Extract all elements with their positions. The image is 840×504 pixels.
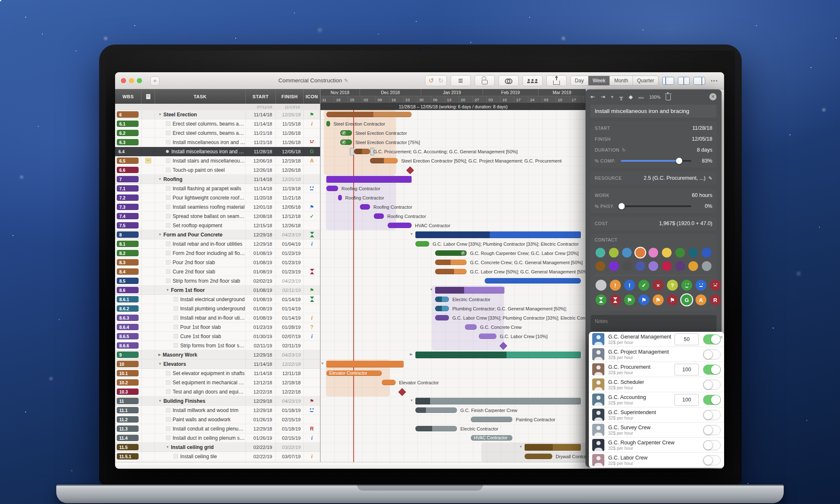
- color-swatch[interactable]: [688, 261, 698, 271]
- percent-physical-slider[interactable]: [620, 205, 691, 207]
- gantt-task-bar[interactable]: [338, 195, 342, 200]
- note-icon[interactable]: [145, 158, 151, 163]
- status-badge-button[interactable]: !: [610, 280, 621, 291]
- work-value[interactable]: 60 hours: [692, 192, 712, 198]
- percent-complete-slider[interactable]: [621, 160, 691, 162]
- gantt-task-bar[interactable]: [435, 269, 467, 274]
- resource-row[interactable]: G.C. Labor Crew32$ per hour: [589, 453, 724, 468]
- resource-row[interactable]: G.C. Project Management32$ per hour: [589, 347, 724, 362]
- milestone-diamond[interactable]: [398, 388, 406, 396]
- table-row[interactable]: 8.6.6Strip forms from 1st floor slab02/1…: [115, 341, 320, 350]
- column-header-wbs[interactable]: WBS: [115, 89, 141, 104]
- add-button[interactable]: +: [150, 76, 160, 86]
- gantt-task-bar[interactable]: ✓: [435, 250, 467, 256]
- color-swatch[interactable]: [635, 261, 645, 271]
- table-row[interactable]: 6.3Install miscellaneous iron and br...1…: [115, 138, 320, 147]
- status-badge-button[interactable]: !: [624, 280, 635, 291]
- color-swatch[interactable]: [609, 248, 619, 257]
- color-swatch[interactable]: [702, 248, 711, 257]
- table-row[interactable]: 8.3Pour 2nd floor slab01/08/1901/23/19: [115, 258, 320, 267]
- layout-right-toggle[interactable]: [693, 77, 705, 85]
- table-row[interactable]: 11.2Paint walls and woodwork01/26/1902/1…: [115, 415, 320, 424]
- table-row[interactable]: 10.1Set elevator equipment in shafts11/1…: [115, 369, 320, 378]
- gantt-summary-bar[interactable]: [415, 352, 581, 358]
- status-badge-button[interactable]: [610, 294, 621, 305]
- resource-toggle[interactable]: [703, 440, 721, 450]
- edit-resource-icon[interactable]: ✎: [709, 176, 712, 181]
- table-row[interactable]: 8.6.4Pour 1st floor slab01/23/1901/28/19…: [115, 323, 320, 332]
- resource-row[interactable]: G.C. Survey Crew32$ per hour: [589, 423, 724, 438]
- table-row[interactable]: 6.6Touch-up paint on steel12/26/1812/26/…: [115, 165, 320, 175]
- expanded-triangle-icon[interactable]: ▼: [166, 445, 169, 449]
- table-row[interactable]: 11.1Install millwork and wood trim12/29/…: [115, 406, 320, 415]
- expanded-arrow-icon[interactable]: ▼: [519, 445, 522, 449]
- more-options-button[interactable]: •••: [709, 78, 720, 83]
- resource-toggle[interactable]: [703, 425, 721, 435]
- color-swatch[interactable]: [702, 261, 711, 271]
- status-badge-button[interactable]: [696, 280, 706, 291]
- color-swatch[interactable]: [622, 261, 632, 271]
- align-button[interactable]: ≣: [451, 75, 471, 86]
- table-row[interactable]: 8.6.2Install plumbing underground01/08/1…: [115, 304, 320, 313]
- collapse-left-icon[interactable]: ⇤: [591, 94, 595, 100]
- color-swatch[interactable]: [648, 248, 658, 257]
- milestone-diamond[interactable]: [406, 166, 414, 174]
- close-window-button[interactable]: [121, 78, 126, 83]
- delete-icon[interactable]: [666, 95, 671, 100]
- view-mode-day[interactable]: Day: [571, 76, 588, 85]
- popover-close-icon[interactable]: ×: [720, 334, 723, 340]
- gantt-task-bar[interactable]: Elevator Contractor: [326, 370, 382, 376]
- zoom-level-label[interactable]: 100%: [649, 94, 661, 100]
- layout-left-toggle[interactable]: [662, 77, 674, 85]
- color-swatch[interactable]: [688, 248, 698, 257]
- resource-row[interactable]: G.C. Rough Carpenter Crew32$ per hour: [589, 438, 724, 453]
- table-row[interactable]: 11▼Building Finishes12/29/1804/23/19⚑: [115, 396, 320, 406]
- status-badge-button[interactable]: [710, 280, 721, 291]
- link-button[interactable]: [499, 75, 519, 86]
- expanded-arrow-icon[interactable]: ▼: [410, 232, 413, 236]
- collapsed-arrow-icon[interactable]: ▶: [410, 352, 412, 356]
- color-swatch[interactable]: [596, 248, 605, 257]
- status-badge-button[interactable]: ✓: [638, 280, 649, 291]
- gantt-summary-bar[interactable]: [326, 176, 412, 183]
- finish-value[interactable]: 12/05/18: [692, 136, 712, 142]
- status-badge-button[interactable]: ?: [667, 280, 678, 291]
- gantt-task-bar[interactable]: [435, 315, 449, 320]
- table-row[interactable]: 8▼Form and Pour Concrete12/29/1804/23/19: [115, 230, 320, 239]
- color-swatch[interactable]: [609, 261, 619, 271]
- status-badge-button[interactable]: ⚑: [667, 294, 678, 305]
- sync-icon[interactable]: ↻: [622, 147, 626, 153]
- resource-row[interactable]: G.C. Superintendent32$ per hour: [589, 407, 724, 423]
- expanded-triangle-icon[interactable]: ▼: [166, 288, 169, 292]
- status-badge-button[interactable]: G: [681, 294, 692, 305]
- gantt-summary-bar[interactable]: [326, 361, 404, 368]
- gantt-task-bar[interactable]: [415, 407, 457, 413]
- start-value[interactable]: 11/28/18: [692, 125, 712, 131]
- gantt-task-bar[interactable]: HVAC Contractor: [471, 435, 512, 441]
- horizontal-scrollbar[interactable]: [115, 462, 585, 469]
- table-row[interactable]: 8.2Form 2nd floor including all floo...0…: [115, 249, 320, 258]
- view-mode-week[interactable]: Week: [588, 76, 610, 85]
- gantt-summary-bar[interactable]: [415, 398, 581, 404]
- collapsed-triangle-icon[interactable]: ▶: [158, 353, 161, 357]
- gantt-task-bar[interactable]: ✓: [340, 139, 352, 145]
- add-task-icon[interactable]: +: [611, 94, 614, 100]
- share-button[interactable]: [546, 75, 567, 86]
- resource-row[interactable]: G.C. Procurement32$ per hour: [589, 362, 724, 377]
- status-badge-button[interactable]: R: [710, 294, 721, 305]
- view-mode-quarter[interactable]: Quarter: [633, 76, 659, 85]
- status-badge-button[interactable]: A: [696, 294, 706, 305]
- status-badge-button[interactable]: ⚑: [638, 294, 649, 305]
- expanded-arrow-icon[interactable]: ▼: [410, 399, 413, 402]
- expanded-triangle-icon[interactable]: ▼: [158, 177, 162, 181]
- gantt-task-bar[interactable]: [435, 260, 467, 265]
- table-row[interactable]: 8.6.1Install electrical underground01/08…: [115, 295, 320, 304]
- resource-units-input[interactable]: [675, 333, 699, 345]
- gantt-task-bar[interactable]: [465, 324, 477, 330]
- group-tasks-icon[interactable]: ╥: [619, 94, 623, 100]
- color-swatch[interactable]: [622, 248, 632, 257]
- resource-toggle[interactable]: [703, 334, 721, 344]
- milestone-icon[interactable]: ◆: [629, 94, 633, 100]
- table-row[interactable]: 6▼Steel Erection11/14/1812/26/18⚑: [115, 110, 320, 119]
- column-header-start[interactable]: START: [245, 89, 276, 104]
